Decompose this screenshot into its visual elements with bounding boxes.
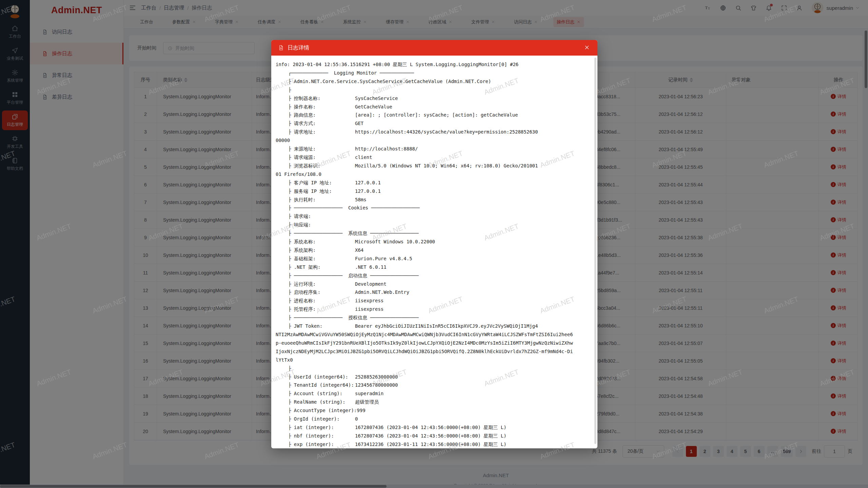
log-detail-dialog: 日志详情 info: 2023-01-04 12:55:36.1516291 +… (271, 40, 597, 448)
log-value: 58ms (355, 196, 367, 204)
log-key: ├ iat (integer): (288, 423, 355, 432)
dialog-title: 日志详情 (288, 44, 309, 52)
log-value: iisexpress (355, 305, 383, 313)
log-key: ├ 服务端 IP 地址: (288, 187, 355, 196)
log-line: p-euoeeQhuWRmCIsIkFjY291bnRUeXBlIjo5OTks… (276, 339, 593, 347)
log-key: ├ 请求端: (288, 212, 355, 221)
log-line: ├ 控制器名称:SysCacheService (276, 94, 593, 103)
log-value: Bearer eyJhbGciOiJIUzI1NiIsInR5cCI6IkpXV… (355, 322, 538, 330)
log-value: [area]: ; [controller]: sysCache; [actio… (355, 111, 518, 119)
log-value: client (355, 153, 372, 162)
log-value: 1672807436 (2023-01-04 12:43:56:0000(+08… (355, 423, 507, 432)
log-value: Development (355, 280, 387, 288)
log-value: Admin.NET.Web.Entry (355, 288, 409, 297)
log-line: ├ nbf (integer):1672807436 (2023-01-04 1… (276, 432, 593, 440)
log-value: X64 (355, 246, 363, 255)
log-value: .NET 6.0.11 (355, 263, 387, 271)
log-key: ├ 控制器名称: (288, 94, 355, 103)
app-root: 工作台业务测试系统管理平台管理日志管理开发工具帮助文档 Admin.NET 访问… (0, 0, 868, 488)
log-line: ├ ───────────────── 系统信息 ───────────────… (276, 229, 593, 238)
log-key: ├ nbf (integer): (288, 432, 355, 440)
log-line: lYtTx0 (276, 356, 593, 364)
log-key: ├ TenantId (integer64): (288, 381, 355, 389)
scrollbar-thumb[interactable] (0, 485, 387, 488)
log-value: Mozilla/5.0 (Windows NT 10.0; Win64; x64… (355, 162, 538, 170)
log-value: 127.0.0.1 (355, 179, 381, 187)
log-line: ┌───────────── Logging Monitor ─────────… (276, 69, 593, 77)
log-key: ├ AccountType (integer): (288, 406, 357, 415)
log-line: ├ 基础框架:Furion.Pure v4.8.4.5 (276, 255, 593, 263)
log-line: ├ ───────────────── Cookies ────────────… (276, 204, 593, 212)
log-key: ├ 请求方式: (288, 119, 355, 128)
log-line: ├ 进程名称:iisexpress (276, 297, 593, 305)
log-value: Microsoft Windows 10.0.22000 (355, 238, 435, 246)
log-line: ├ (276, 86, 593, 94)
dialog-scrollbar-thumb[interactable] (594, 58, 596, 444)
log-value: SysCacheService (355, 94, 398, 103)
log-key: ├ 来源地址: (288, 145, 355, 153)
log-value: 252885263000000 (355, 373, 398, 381)
log-line: ├ 浏览器标识:Mozilla/5.0 (Windows NT 10.0; Wi… (276, 162, 593, 170)
log-line: ├ 来源地址:http://localhost:8888/ (276, 145, 593, 153)
log-line: ├ TenantId (integer64):123456780000000 (276, 381, 593, 389)
log-line: ├ Admin.NET.Core.Service.SysCacheService… (276, 77, 593, 86)
log-line: 01 Firefox/108.0 (276, 170, 593, 179)
log-line: ├ 系统架构:X64 (276, 246, 593, 255)
log-value: 999 (357, 406, 365, 415)
log-line: ├ 请求方式:GET (276, 119, 593, 128)
log-value: https://localhost:44326/sysCache/value?k… (355, 128, 538, 136)
log-key: ├ 运行环境: (288, 280, 355, 288)
log-key: ├ JWT Token: (288, 322, 355, 330)
log-key: ├ RealName (string): (288, 398, 355, 406)
log-line: ├ iat (integer):1672807436 (2023-01-04 1… (276, 423, 593, 432)
log-value: superadmin (355, 389, 383, 398)
log-line: ├ RealName (string):超级管理员 (276, 398, 593, 406)
log-key: ├ .NET 架构: (288, 263, 355, 271)
page-horizontal-scrollbar[interactable] (0, 485, 868, 488)
close-icon[interactable] (584, 44, 591, 51)
log-value: iisexpress (355, 297, 383, 305)
log-line: ├ (276, 364, 593, 373)
log-line: IjoxNjczNDEyMjM2LCJpc3MiOiJBZG1pbi5ORVQi… (276, 347, 593, 356)
log-line: info: 2023-01-04 12:55:36.1516291 +08:00… (276, 60, 593, 69)
log-line: ├ 请求端源:client (276, 153, 593, 162)
log-line: ├ 请求地址:https://localhost:44326/sysCache/… (276, 128, 593, 136)
log-key: ├ 请求端源: (288, 153, 355, 162)
log-value: 1673412236 (2023-01-11 12:43:56:0000(+08… (355, 440, 507, 448)
log-line: ├ 托管程序:iisexpress (276, 305, 593, 313)
log-line: ├ 客户端 IP 地址:127.0.0.1 (276, 179, 593, 187)
log-line: ├ ───────────────── 授权信息 ───────────────… (276, 313, 593, 322)
log-key: ├ Account (string): (288, 389, 355, 398)
log-line: ├ OrgId (integer):0 (276, 415, 593, 423)
log-value: GetCacheValue (355, 103, 392, 111)
log-key: ├ OrgId (integer): (288, 415, 355, 423)
log-line: ├ 路由信息:[area]: ; [controller]: sysCache;… (276, 111, 593, 119)
log-value: 127.0.0.1 (355, 187, 381, 196)
log-detail-content: info: 2023-01-04 12:55:36.1516291 +08:00… (271, 56, 597, 448)
document-icon (278, 45, 284, 51)
log-line: ├ 系统名称:Microsoft Windows 10.0.22000 (276, 238, 593, 246)
log-key: ├ 基础框架: (288, 255, 355, 263)
log-line: ├ 请求端: (276, 212, 593, 221)
log-line: ├ 启动程序集:Admin.NET.Web.Entry (276, 288, 593, 297)
log-key: ├ 操作名称: (288, 103, 355, 111)
log-line: ├ UserId (integer64):252885263000000 (276, 373, 593, 381)
log-key: ├ 请求地址: (288, 128, 355, 136)
log-key: ├ exp (integer): (288, 440, 355, 448)
log-key: ├ 浏览器标识: (288, 162, 355, 170)
log-key: ├ 进程名称: (288, 297, 355, 305)
log-line: NTI2MzAwMDAwMCwiVGVuYW50SWQiOjEyMzQ1Njc4… (276, 330, 593, 339)
log-line: ├ JWT Token:Bearer eyJhbGciOiJIUzI1NiIsI… (276, 322, 593, 330)
log-key: ├ 系统架构: (288, 246, 355, 255)
log-key: ├ UserId (integer64): (288, 373, 355, 381)
log-value: GET (355, 119, 363, 128)
log-line: ├ 服务端 IP 地址:127.0.0.1 (276, 187, 593, 196)
log-line: ├ AccountType (integer):999 (276, 406, 593, 415)
log-line: ├ exp (integer):1673412236 (2023-01-11 1… (276, 440, 593, 448)
log-key: ├ 路由信息: (288, 111, 355, 119)
log-key: ├ 执行耗时: (288, 196, 355, 204)
log-line: ├ 响应端: (276, 221, 593, 229)
log-line: ├ .NET 架构:.NET 6.0.11 (276, 263, 593, 271)
log-value: 0 (355, 415, 358, 423)
log-value: Furion.Pure v4.8.4.5 (355, 255, 412, 263)
